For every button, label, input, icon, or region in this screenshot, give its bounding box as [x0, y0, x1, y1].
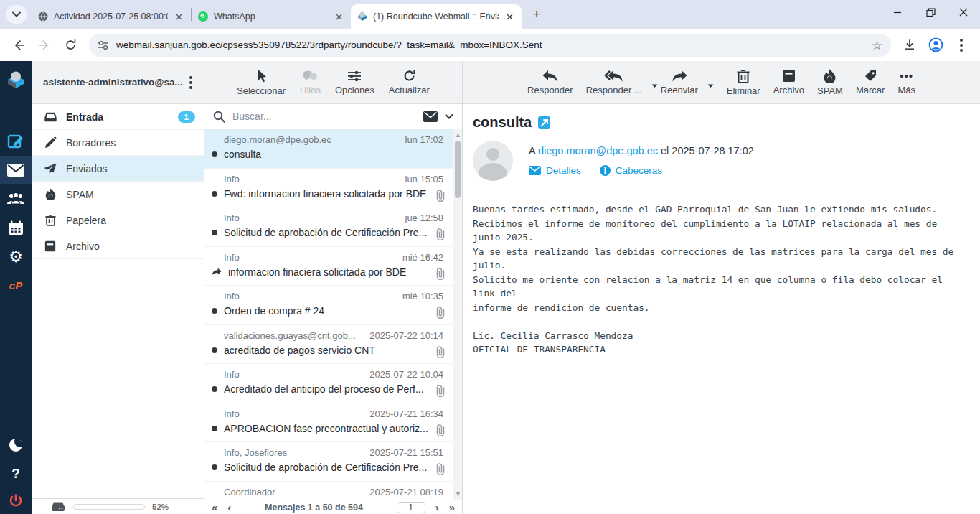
message-subject: Fwd: informacion finaciera solicitada po… — [224, 188, 443, 200]
tab-search-button[interactable] — [6, 5, 27, 24]
refresh-button[interactable]: Actualizar — [383, 66, 435, 98]
message-row[interactable]: Infolun 15:05Fwd: informacion finaciera … — [204, 169, 462, 208]
folder-menu-button[interactable] — [185, 73, 197, 92]
recipient-address-link[interactable]: diego.moran@dpe.gob.ec — [538, 145, 658, 156]
tab-close-icon[interactable] — [173, 11, 185, 23]
list-scrollbar[interactable]: ▲ ▼ — [453, 129, 462, 500]
page-number-input[interactable]: 1 — [397, 502, 425, 513]
message-row[interactable]: Info2025-07-22 10:04Acreditado del antic… — [204, 364, 462, 403]
options-button[interactable]: Opciones — [329, 67, 380, 98]
list-toolbar: Seleccionar Hilos Opciones Actualizar — [204, 61, 462, 104]
search-scope-mail-icon[interactable] — [423, 111, 438, 122]
message-row[interactable]: Coordinador2025-07-21 08:19 — [204, 482, 462, 500]
rail-settings-button[interactable]: ⚙ — [0, 242, 32, 271]
search-placeholder[interactable]: Buscar... — [232, 111, 416, 122]
rail-cpanel-button[interactable]: cP — [0, 271, 32, 299]
reply-all-button[interactable]: Responder ... — [580, 67, 654, 98]
message-row[interactable]: validaciones.guayas@cnt.gob...2025-07-22… — [204, 325, 462, 365]
unread-dot-icon[interactable] — [212, 386, 217, 392]
unread-dot-icon[interactable] — [212, 347, 217, 353]
message-date: 2025-07-21 16:34 — [369, 408, 443, 419]
rail-mail-button[interactable] — [0, 156, 32, 184]
forward-button[interactable]: Reenviar — [655, 67, 710, 98]
tab-close-icon[interactable] — [333, 11, 345, 23]
select-button[interactable]: Seleccionar — [231, 66, 291, 99]
message-row[interactable]: Infojue 12:58Solicitud de aprobación de … — [204, 207, 462, 247]
url-text[interactable]: webmail.sanjuan.gob.ec/cpsess5350978522/… — [116, 39, 864, 50]
dropdown-caret-icon[interactable] — [707, 84, 714, 88]
window-minimize-button[interactable] — [881, 0, 914, 24]
details-toggle[interactable]: Detalles — [529, 165, 581, 176]
folder-label: Enviados — [66, 163, 195, 174]
reload-button[interactable] — [59, 34, 82, 57]
folder-item-sent[interactable]: Enviados — [32, 156, 204, 182]
forward-button[interactable] — [33, 34, 56, 57]
message-row[interactable]: Info, Joseflores2025-07-21 15:51Solicitu… — [204, 442, 462, 482]
reply-all-icon — [604, 70, 624, 83]
unread-dot-icon[interactable] — [212, 191, 217, 197]
first-page-button[interactable]: « — [212, 502, 217, 513]
globe-icon — [37, 11, 49, 22]
browser-tab-roundcube[interactable]: (1) Roundcube Webmail :: Envia — [351, 4, 522, 29]
folder-item-archive[interactable]: Archivo — [32, 233, 204, 259]
last-page-button[interactable]: » — [449, 502, 455, 513]
browser-tab-actividad[interactable]: Actividad 2025-07-25 08:00:00 — [32, 4, 191, 29]
url-field[interactable]: webmail.sanjuan.gob.ec/cpsess5350978522/… — [89, 34, 891, 57]
tag-icon — [864, 69, 877, 83]
archive-button[interactable]: Archivo — [768, 66, 810, 98]
spam-button[interactable]: SPAM — [811, 66, 849, 99]
dark-mode-button[interactable] — [0, 431, 32, 459]
more-button[interactable]: ••• Más — [892, 67, 921, 98]
browser-tab-whatsapp[interactable]: WhatsApp — [192, 4, 351, 29]
back-button[interactable] — [7, 34, 30, 57]
folder-item-trash[interactable]: Papelera — [32, 207, 204, 233]
folder-item-inbox[interactable]: Entrada1 — [32, 104, 204, 130]
bookmark-star-icon[interactable]: ☆ — [872, 38, 882, 52]
unread-dot-icon[interactable] — [212, 464, 217, 470]
next-page-button[interactable]: › — [435, 502, 439, 513]
search-options-chevron-icon[interactable] — [445, 113, 453, 119]
threads-button[interactable]: Hilos — [294, 67, 326, 98]
reply-button[interactable]: Responder — [522, 67, 579, 98]
folder-list: Entrada1BorradoresEnviadosSPAMPapeleraAr… — [32, 104, 204, 498]
folder-item-drafts[interactable]: Borradores — [32, 130, 204, 156]
message-row[interactable]: diego.moran@dpe.gob.eclun 17:02consulta — [204, 129, 462, 169]
message-row[interactable]: Info2025-07-21 16:34APROBACION fase prec… — [204, 403, 462, 443]
browser-address-bar: webmail.sanjuan.gob.ec/cpsess5350978522/… — [0, 29, 980, 61]
message-subject: consulta — [473, 114, 532, 131]
window-restore-button[interactable] — [914, 0, 947, 24]
site-info-icon[interactable] — [98, 40, 109, 50]
search-bar[interactable]: Buscar... — [204, 104, 462, 129]
prev-page-button[interactable]: ‹ — [227, 502, 231, 513]
browser-menu-button[interactable] — [950, 34, 973, 57]
open-in-new-window-icon[interactable] — [538, 116, 550, 128]
new-tab-button[interactable]: + — [527, 5, 546, 24]
storage-icon — [50, 501, 66, 513]
mark-button[interactable]: Marcar — [850, 66, 890, 98]
message-row[interactable]: Infomié 16:42informacion finaciera solic… — [204, 247, 462, 286]
attachment-paperclip-icon — [435, 424, 446, 436]
headers-toggle[interactable]: Cabeceras — [600, 165, 662, 176]
unread-dot-icon[interactable] — [212, 151, 217, 157]
folder-item-spam[interactable]: SPAM — [32, 182, 204, 207]
account-name: asistente-administrativo@sa... — [43, 77, 185, 88]
rail-calendar-button[interactable] — [0, 213, 32, 242]
profile-avatar[interactable] — [924, 34, 947, 57]
logout-button[interactable] — [0, 488, 32, 514]
roundcube-logo[interactable] — [0, 65, 32, 94]
help-button[interactable]: ? — [0, 459, 32, 488]
unread-dot-icon[interactable] — [212, 308, 217, 314]
downloads-button[interactable] — [898, 34, 921, 57]
unread-dot-icon[interactable] — [212, 230, 217, 235]
message-date: lun 17:02 — [405, 134, 444, 145]
compose-button[interactable] — [0, 127, 32, 156]
message-row[interactable]: Infomié 10:35Orden de compra # 24 — [204, 286, 462, 325]
rail-contacts-button[interactable] — [0, 184, 32, 213]
tab-close-icon[interactable] — [504, 11, 516, 23]
unread-dot-icon[interactable] — [212, 426, 217, 431]
window-close-button[interactable] — [947, 0, 980, 24]
delete-button[interactable]: Eliminar — [721, 66, 766, 99]
calendar-icon — [8, 220, 24, 235]
refresh-icon — [402, 69, 416, 83]
scrollbar-thumb[interactable] — [455, 141, 461, 198]
